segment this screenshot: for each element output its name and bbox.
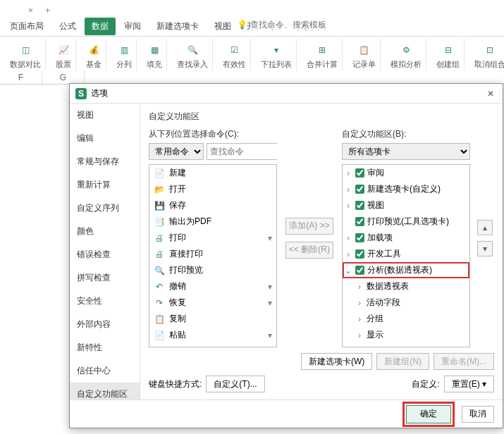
tab-pagelayout[interactable]: 页面布局 <box>3 18 51 35</box>
open-icon: 📂 <box>154 184 165 195</box>
check-pp[interactable] <box>355 217 364 226</box>
ribbon-dropdown[interactable]: ▾下拉列表 <box>257 39 297 73</box>
ribbon-record[interactable]: 📋记录单 <box>348 39 381 73</box>
sidebar-item-color[interactable]: 颜色 <box>70 220 140 243</box>
tab-review[interactable]: 审阅 <box>117 18 148 35</box>
tab-formulas[interactable]: 公式 <box>52 18 83 35</box>
chevron-right-icon[interactable]: › <box>344 201 352 211</box>
tree-group[interactable]: ›分组 <box>343 311 469 327</box>
paste-icon: 📄 <box>154 330 165 341</box>
tree-review[interactable]: ›审阅 <box>343 165 469 181</box>
ribbon-valid[interactable]: ☑有效性 <box>219 39 251 73</box>
sidebar-item-external[interactable]: 外部内容 <box>70 313 140 336</box>
command-search-input[interactable] <box>207 143 277 160</box>
ribbon-fund[interactable]: 💰基金 <box>82 39 106 73</box>
plus-icon[interactable]: + <box>45 6 50 16</box>
help-search[interactable]: 💡 <box>237 20 335 30</box>
move-up-button[interactable]: ▴ <box>477 220 493 235</box>
check-dev[interactable] <box>355 249 364 259</box>
chevron-right-icon[interactable]: › <box>344 233 352 243</box>
cmd-pdf[interactable]: 📑输出为PDF <box>149 213 276 230</box>
ribbon-datacmp[interactable]: ◫数据对比 <box>6 39 46 73</box>
cmd-save[interactable]: 💾保存 <box>149 197 276 213</box>
cmd-undo[interactable]: ↶撤销▾ <box>149 278 276 294</box>
tree-pivottable[interactable]: ›数据透视表 <box>343 278 469 294</box>
tree-newtab[interactable]: ›新建选项卡(自定义) <box>343 181 469 197</box>
ribbon-split[interactable]: ▥分列 <box>112 39 137 73</box>
tree-addins[interactable]: ›加载项 <box>343 230 469 246</box>
chevron-right-icon[interactable]: › <box>344 168 352 178</box>
ribbon-scope-combo[interactable]: 所有选项卡 <box>342 143 470 160</box>
chevron-right-icon[interactable]: › <box>355 314 364 324</box>
ribbon-merge[interactable]: ⊞合并计算 <box>302 39 343 73</box>
chevron-right-icon[interactable]: › <box>355 282 364 292</box>
check-addins[interactable] <box>355 233 364 242</box>
print-icon: 🖨 <box>154 232 165 244</box>
check-newtab[interactable] <box>355 185 364 194</box>
cmd-new[interactable]: 📄新建 <box>149 165 276 181</box>
sidebar-item-spellcheck[interactable]: 拼写检查 <box>70 266 140 290</box>
ribbon-tree[interactable]: ›审阅 ›新建选项卡(自定义) ›视图 打印预览(工具选项卡) ›加载项 ›开发… <box>342 164 470 347</box>
help-search-input[interactable] <box>250 20 335 30</box>
cmd-open[interactable]: 📂打开 <box>149 181 276 197</box>
reset-button[interactable]: 重置(E) ▾ <box>444 376 494 392</box>
cmd-print[interactable]: 🖨打印▾ <box>149 230 276 246</box>
ribbon-sim[interactable]: ⚙模拟分析 <box>386 39 426 73</box>
tree-dev[interactable]: ›开发工具 <box>343 246 469 262</box>
cmd-redo[interactable]: ↷恢复▾ <box>149 294 276 311</box>
chevron-right-icon[interactable]: › <box>344 249 352 259</box>
col-F[interactable]: F <box>0 70 42 84</box>
remove-button[interactable]: << 删除(R) <box>285 242 333 259</box>
sidebar-item-newfeat[interactable]: 新特性 <box>70 336 140 359</box>
sidebar-item-customribbon[interactable]: 自定义功能区 <box>70 383 140 399</box>
add-button[interactable]: 添加(A) >> <box>285 218 333 235</box>
tree-activefield[interactable]: ›活动字段 <box>343 294 469 311</box>
commands-listbox[interactable]: 📄新建 📂打开 💾保存 📑输出为PDF 🖨打印▾ 🖨直接打印 🔍打印预览 ↶撤销… <box>149 164 277 347</box>
chevron-right-icon[interactable]: › <box>355 330 364 340</box>
tab-view[interactable]: 视图 <box>207 18 238 35</box>
close-icon[interactable]: × <box>28 6 33 16</box>
sidebar-item-trust[interactable]: 信任中心 <box>70 359 140 383</box>
tab-newtab[interactable]: 新建选项卡 <box>149 18 206 35</box>
check-analyze[interactable] <box>355 266 364 275</box>
ribbon-ungroup[interactable]: ⊡取消组合 <box>470 39 504 73</box>
tree-printpreview[interactable]: 打印预览(工具选项卡) <box>343 213 469 230</box>
dialog-close-button[interactable]: ✕ <box>484 89 497 99</box>
sidebar-item-view[interactable]: 视图 <box>70 104 140 127</box>
chevron-right-icon[interactable]: › <box>355 347 364 348</box>
check-view[interactable] <box>355 201 364 210</box>
col-G[interactable]: G <box>42 70 85 84</box>
customize-kb-button[interactable]: 自定义(T)... <box>206 376 264 392</box>
ok-button[interactable]: 确定 <box>406 405 451 423</box>
move-down-button[interactable]: ▾ <box>477 241 493 256</box>
chevron-right-icon[interactable]: › <box>344 185 352 194</box>
ribbon-lookup[interactable]: 🔍查找录入 <box>173 39 213 73</box>
cmd-paste[interactable]: 📄粘贴▾ <box>149 327 276 343</box>
sidebar-item-security[interactable]: 安全性 <box>70 290 140 313</box>
cmd-mergecenter[interactable]: ▭合并居中▾ <box>149 343 276 347</box>
ribbon-group[interactable]: ⊟创建组 <box>432 39 465 73</box>
sidebar-item-customlist[interactable]: 自定义序列 <box>70 197 140 220</box>
tab-data[interactable]: 数据 <box>85 18 116 35</box>
sidebar-item-general[interactable]: 常规与保存 <box>70 150 140 173</box>
chevron-down-icon[interactable]: ⌄ <box>344 266 352 275</box>
chevron-down-icon: ▾ <box>268 233 272 243</box>
check-review[interactable] <box>355 168 364 178</box>
cmd-directprint[interactable]: 🖨直接打印 <box>149 246 276 262</box>
app-logo-icon: S <box>75 88 87 99</box>
chevron-right-icon[interactable]: › <box>355 298 364 308</box>
tree-view[interactable]: ›视图 <box>343 197 469 213</box>
sidebar-item-edit[interactable]: 编辑 <box>70 127 140 150</box>
tree-show1[interactable]: ›显示 <box>343 327 469 343</box>
sidebar-item-errorcheck[interactable]: 错误检查 <box>70 243 140 266</box>
cancel-button[interactable]: 取消 <box>462 406 494 423</box>
ribbon-stocks[interactable]: 📈股票 <box>51 39 76 73</box>
new-tab-button[interactable]: 新建选项卡(W) <box>301 353 372 370</box>
sidebar-item-recalc[interactable]: 重新计算 <box>70 173 140 197</box>
cmd-copy[interactable]: 📋复制 <box>149 311 276 327</box>
tree-data[interactable]: ›数据 <box>343 343 469 347</box>
ribbon-fill[interactable]: ▦填充 <box>142 39 167 73</box>
cmd-printpreview[interactable]: 🔍打印预览 <box>149 262 276 278</box>
choose-from-combo[interactable]: 常用命令 <box>149 143 204 160</box>
tree-pivot-analyze[interactable]: ⌄分析(数据透视表) <box>343 262 469 278</box>
